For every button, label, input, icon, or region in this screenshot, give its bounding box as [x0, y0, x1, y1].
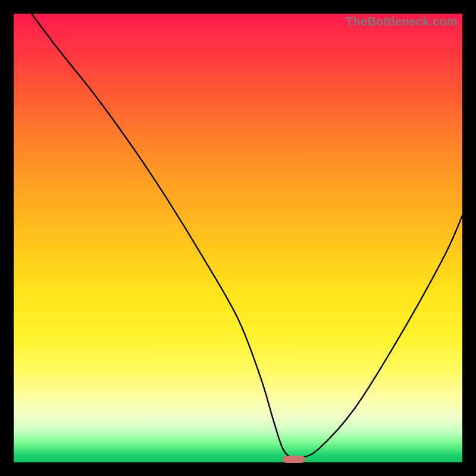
- optimal-point-marker: [283, 456, 305, 463]
- watermark-text: TheBottleneck.com: [346, 15, 458, 29]
- bottleneck-curve: [14, 14, 462, 462]
- chart-plot-area: TheBottleneck.com: [14, 14, 462, 462]
